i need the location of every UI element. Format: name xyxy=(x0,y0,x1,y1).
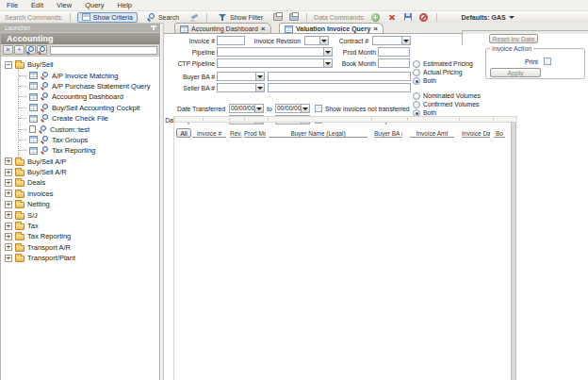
prod-month-input[interactable] xyxy=(378,47,410,57)
grid-vertical-scrollbar[interactable] xyxy=(511,123,516,380)
find-next-button[interactable] xyxy=(37,45,47,55)
reset-inv-date-button[interactable]: Reset Inv Date xyxy=(489,34,538,43)
table-icon xyxy=(29,72,38,79)
expand-icon[interactable]: + xyxy=(5,255,12,262)
expand-icon[interactable]: + xyxy=(5,211,12,219)
delete-icon xyxy=(387,13,396,22)
tree-leaf-query[interactable]: Tax Groups xyxy=(19,135,159,145)
print-checkbox[interactable] xyxy=(544,58,551,65)
expand-icon[interactable]: + xyxy=(5,190,12,197)
select-all-button[interactable]: All xyxy=(176,128,191,138)
menu-view[interactable]: View xyxy=(57,1,72,9)
menu-file[interactable]: File xyxy=(7,1,18,9)
show-criteria-button[interactable]: Show Criteria xyxy=(77,12,138,23)
buyer-ba-combo[interactable] xyxy=(217,72,265,81)
tree-node-folder[interactable]: + Buy/Sell A/R xyxy=(5,167,159,177)
expand-icon[interactable]: + xyxy=(5,201,12,208)
menu-query[interactable]: Query xyxy=(85,1,104,9)
launcher-search-input[interactable] xyxy=(50,46,157,55)
tree-node-folder[interactable]: + S/J xyxy=(5,209,159,220)
confirmed-volumes-radio[interactable] xyxy=(413,101,420,108)
tree-node-folder[interactable]: + Buy/Sell A/P xyxy=(5,157,159,167)
tree-node-folder[interactable]: + Deals xyxy=(5,177,159,188)
show-filter-button[interactable]: Show Filter xyxy=(214,12,268,23)
column-header-invoice-number[interactable]: Invoice # xyxy=(192,129,226,138)
tree-node-folder[interactable]: + Invoices xyxy=(5,189,159,199)
column-header-buyer-name[interactable]: Buyer Name (Legal) xyxy=(269,129,368,138)
apply-button[interactable]: Apply xyxy=(490,68,541,77)
dropdown-button[interactable] xyxy=(254,105,263,112)
tree-node-folder[interactable]: + Transport/Plant xyxy=(5,253,159,263)
menu-edit[interactable]: Edit xyxy=(31,1,43,9)
tab-accounting-dashboard[interactable]: Accounting Dashboard × xyxy=(174,23,271,34)
tree-leaf-query[interactable]: Create Check File xyxy=(19,113,159,124)
date-transferred-label: Date Transferred xyxy=(164,105,225,113)
dropdown-button[interactable] xyxy=(255,84,264,91)
column-header-invoice-amt[interactable]: Invoice Amt xyxy=(410,129,454,138)
seller-ba-combo[interactable] xyxy=(217,83,265,92)
expand-icon[interactable]: + xyxy=(5,223,12,230)
tree-node-label: Transport A/R xyxy=(27,243,71,252)
pipeline-combo[interactable] xyxy=(217,47,333,57)
tree-leaf-query[interactable]: Accounting Dashboard xyxy=(19,91,159,102)
ctp-pipeline-combo[interactable] xyxy=(217,58,333,68)
add-record-button[interactable] xyxy=(370,12,382,23)
seller-ba-name-input[interactable] xyxy=(268,83,411,92)
column-header-buyer-ba[interactable]: Buyer BA # xyxy=(374,129,402,138)
expand-icon[interactable]: + xyxy=(5,169,12,176)
close-icon[interactable]: × xyxy=(261,25,266,33)
date-transferred-to-picker[interactable]: 00/00/0000 xyxy=(275,104,310,113)
print-preview-button[interactable] xyxy=(288,12,300,23)
print-button[interactable] xyxy=(272,12,284,23)
tree-node-folder[interactable]: + Tax xyxy=(5,221,159,231)
actual-pricing-radio[interactable] xyxy=(413,69,420,76)
delete-record-button[interactable] xyxy=(386,12,398,23)
clear-criteria-button[interactable] xyxy=(188,12,200,23)
close-icon[interactable]: × xyxy=(373,25,378,33)
expand-icon[interactable]: + xyxy=(5,157,12,165)
save-button[interactable] xyxy=(402,12,414,23)
pin-icon[interactable] xyxy=(153,25,155,30)
date-transferred-from-picker[interactable]: 00/00/0000 xyxy=(229,104,264,113)
book-month-input[interactable] xyxy=(378,58,410,68)
column-header-invoice-date[interactable]: Invoice Date xyxy=(462,129,490,138)
dropdown-button[interactable] xyxy=(255,73,264,80)
expand-icon[interactable]: + xyxy=(5,243,12,251)
tree-leaf-custom[interactable]: Custom::test xyxy=(19,124,159,134)
collapse-icon[interactable]: − xyxy=(5,61,12,69)
estimated-pricing-radio[interactable] xyxy=(413,60,420,68)
tab-valuation-invoice-query[interactable]: Valuation Invoice Query × xyxy=(279,23,384,34)
tree-node-folder[interactable]: + Transport A/R xyxy=(5,242,159,253)
invoice-number-input[interactable] xyxy=(217,36,245,45)
tree-leaf-label: Buy/Sell Accounting Cockpit xyxy=(52,104,139,112)
pricing-both-radio[interactable] xyxy=(413,77,420,85)
expand-all-button[interactable]: + xyxy=(14,45,24,55)
column-header-rev[interactable]: Rev. xyxy=(230,129,242,138)
chevron-down-icon xyxy=(257,87,263,90)
cancel-changes-button[interactable] xyxy=(418,12,430,23)
tree-node-folder[interactable]: + Netting xyxy=(5,199,159,209)
collapse-all-button[interactable]: ✕ xyxy=(3,45,13,55)
dropdown-button[interactable] xyxy=(401,37,410,44)
expand-icon[interactable]: + xyxy=(5,233,12,240)
tree-node-buysell[interactable]: − Buy/Sell xyxy=(5,59,159,70)
column-header-prod-mo[interactable]: Prod Mo xyxy=(244,129,266,138)
contract-combo[interactable] xyxy=(372,36,411,45)
column-header-book-month[interactable]: Bo xyxy=(494,129,505,138)
show-not-transferred-checkbox[interactable] xyxy=(315,105,322,112)
search-button[interactable]: Search xyxy=(142,12,184,23)
nominated-volumes-radio[interactable] xyxy=(413,92,420,100)
menu-help[interactable]: Help xyxy=(118,1,132,9)
dropdown-button[interactable] xyxy=(301,105,309,112)
tree-leaf-query[interactable]: Tax Reporting xyxy=(19,145,159,156)
defaults-dropdown[interactable]: Defaults: GAS xyxy=(457,12,519,23)
prod-month-label: Prod Month xyxy=(329,48,376,57)
find-button[interactable] xyxy=(25,45,36,55)
expand-icon[interactable]: + xyxy=(5,179,12,187)
buyer-ba-name-input[interactable] xyxy=(268,72,411,81)
tree-leaf-query[interactable]: A/P Invoice Matching xyxy=(19,70,159,80)
tree-node-folder[interactable]: + Tax Reporting xyxy=(5,231,159,241)
print-preview-icon xyxy=(289,13,299,21)
tree-leaf-query[interactable]: A/P Purchase Statement Query xyxy=(19,81,159,91)
tree-leaf-query[interactable]: Buy/Sell Accounting Cockpit xyxy=(19,103,159,113)
